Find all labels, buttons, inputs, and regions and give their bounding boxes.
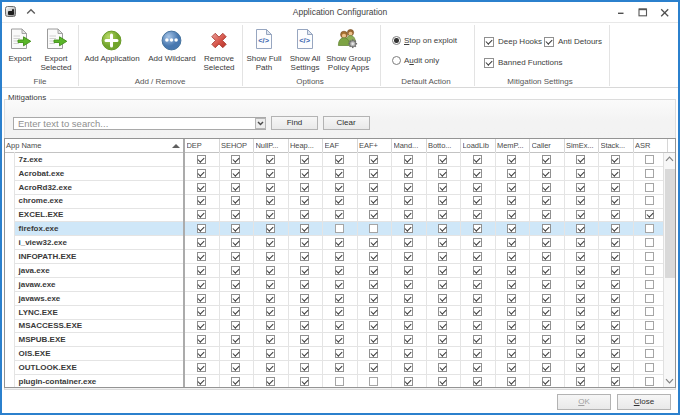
svg-text:</>: </> [299,36,310,45]
svg-text:</>: </> [258,36,269,45]
